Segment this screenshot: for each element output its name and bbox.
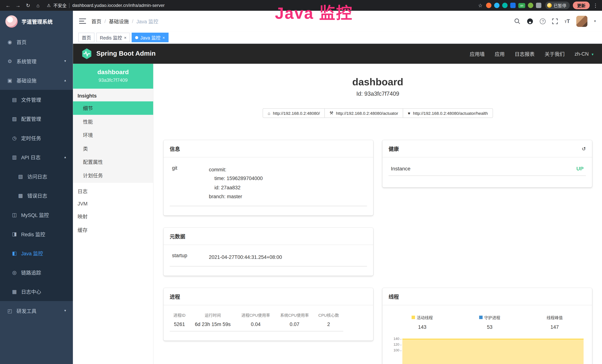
process-card: 进程 进程ID 运行时间 进程CPU使用率 系统CPU使用率 CPU xyxy=(163,288,373,341)
legend-label: 守护进程 xyxy=(484,314,500,320)
sidebar-item-label: 链路追踪 xyxy=(21,269,41,276)
security-label[interactable]: 不安全 xyxy=(54,2,66,8)
sidebar-item-access-logs[interactable]: ▧ 访问日志 xyxy=(0,167,73,186)
browser-menu-icon[interactable]: ⋮ xyxy=(593,2,598,8)
reload-icon[interactable]: ↻ xyxy=(24,2,32,8)
sidebar-item-scheduled-jobs[interactable]: ◷ 定时任务 xyxy=(0,128,73,148)
sidebar-item-mysql-monitor[interactable]: ◫ MySQL 监控 xyxy=(0,205,73,224)
back-icon[interactable]: ← xyxy=(4,2,12,8)
extension-puzzle-icon[interactable] xyxy=(536,3,541,8)
search-icon[interactable] xyxy=(514,18,520,24)
sba-item-environment[interactable]: 环境 xyxy=(73,128,153,142)
screen: ← → ↻ ⌂ ⚠ 不安全 dashboard.yudao.iocoder.cn… xyxy=(0,0,602,364)
sba-item-beans[interactable]: 类 xyxy=(73,142,153,155)
tab-home[interactable]: 首页 xyxy=(78,33,94,42)
sidebar-item-dev-tools[interactable]: ◰ 研发工具 ▾ xyxy=(0,301,73,321)
topbar-actions: ? TT ▾ xyxy=(514,16,596,27)
process-col-header: 运行时间 xyxy=(189,311,236,319)
sba-nav-menu: 应用墙 应用 日志报表 关于我们 zh-CN ▾ xyxy=(470,50,593,57)
forward-icon[interactable]: → xyxy=(14,2,22,8)
sba-item-mappings[interactable]: 映射 xyxy=(73,210,153,223)
history-icon[interactable]: ↺ xyxy=(582,146,586,151)
home-icon: ⌂ xyxy=(268,111,270,115)
warning-icon: ⚠ xyxy=(47,3,51,8)
fullscreen-icon[interactable] xyxy=(552,18,558,24)
breadcrumb-separator: / xyxy=(132,18,133,24)
breadcrumb-home[interactable]: 首页 xyxy=(91,17,101,25)
sba-item-performance[interactable]: 性能 xyxy=(73,115,153,128)
chevron-up-icon: ▴ xyxy=(64,78,66,82)
close-icon[interactable]: × xyxy=(124,35,127,40)
sba-item-scheduled-tasks[interactable]: 计划任务 xyxy=(73,169,153,182)
text-size-icon[interactable]: TT xyxy=(565,18,570,24)
language-label: zh-CN xyxy=(575,51,589,57)
extension-fox-icon[interactable] xyxy=(486,3,492,8)
process-header-row: 进程ID 运行时间 进程CPU使用率 系统CPU使用率 CPU核心数 xyxy=(170,311,343,319)
process-value-row: 5261 6d 23h 15m 59s 0.04 0.07 2 xyxy=(170,320,343,331)
close-icon[interactable]: × xyxy=(162,35,165,40)
instance-home-link[interactable]: ⌂ http://192.168.0.2:48080/ xyxy=(263,108,325,118)
tracing-icon: ◎ xyxy=(11,269,17,275)
health-row-instance: Instance UP xyxy=(389,163,586,176)
tab-redis-monitor[interactable]: Redis 监控 × xyxy=(97,33,130,42)
extension-leaf-icon[interactable] xyxy=(528,3,533,8)
sidebar-item-home[interactable]: ◉ 首页 xyxy=(0,32,73,52)
sidebar-item-label: 配置管理 xyxy=(21,115,41,122)
extension-teal-icon[interactable] xyxy=(502,3,508,8)
breadcrumb-infrastructure[interactable]: 基础设施 xyxy=(109,17,129,25)
process-col-value: 0.07 xyxy=(275,320,314,331)
extension-on-toggle-icon[interactable]: on xyxy=(518,3,525,8)
card-title: 线程 xyxy=(389,293,399,300)
sba-nav-journal[interactable]: 日志报表 xyxy=(515,50,535,57)
actuator-link[interactable]: ⚒ http://192.168.0.2:48080/actuator xyxy=(324,108,403,118)
avatar-caret-icon[interactable]: ▾ xyxy=(594,19,596,23)
chrome-update-button[interactable]: 更新 xyxy=(573,1,590,9)
sba-brand-title[interactable]: Spring Boot Admin xyxy=(97,50,156,57)
sba-nav-about[interactable]: 关于我们 xyxy=(545,50,565,57)
info-key: git xyxy=(172,165,209,201)
tab-java-monitor[interactable]: Java 监控 × xyxy=(132,33,168,42)
sidebar-item-config-management[interactable]: ▨ 配置管理 xyxy=(0,109,73,128)
chevron-up-icon: ▴ xyxy=(64,155,66,159)
sidebar-item-file-management[interactable]: ▤ 文件管理 xyxy=(0,90,73,109)
address-bar[interactable]: ⚠ 不安全 dashboard.yudao.iocoder.cn/infra/a… xyxy=(44,2,474,8)
sidebar-item-link-tracing[interactable]: ◎ 链路追踪 xyxy=(0,263,73,282)
sidebar-item-java-monitor[interactable]: ◧ Java 监控 xyxy=(0,244,73,263)
hamburger-icon[interactable] xyxy=(79,18,86,24)
paused-badge[interactable]: 已暂停 xyxy=(545,1,570,9)
emoji-face-icon xyxy=(547,3,552,8)
health-link[interactable]: ♥ http://192.168.0.2:48080/actuator/heal… xyxy=(403,108,493,118)
app-sidebar: 芋道管理系统 ◉ 首页 ⚙ 系统管理 ▾ ▣ 基础设施 ▴ ▤ 文件管理 xyxy=(0,11,73,364)
help-icon[interactable]: ? xyxy=(540,18,546,24)
sba-nav-wallboard[interactable]: 应用墙 xyxy=(470,50,485,57)
sidebar-item-infrastructure[interactable]: ▣ 基础设施 ▴ xyxy=(0,71,73,90)
sba-item-loggers[interactable]: 日志 xyxy=(73,184,153,198)
sidebar-item-api-logs[interactable]: ▥ API 日志 ▴ xyxy=(0,147,73,167)
sidebar-item-error-logs[interactable]: ▩ 错误日志 xyxy=(0,186,73,205)
instance-header[interactable]: dashboard 93a3fc7f7409 xyxy=(73,64,153,89)
app-logo-row[interactable]: 芋道管理系统 xyxy=(0,11,73,32)
spring-boot-admin-logo[interactable] xyxy=(81,48,92,59)
active-threads-area xyxy=(402,339,583,364)
sidebar-item-label: 基础设施 xyxy=(17,76,36,84)
user-avatar[interactable] xyxy=(576,16,588,27)
sidebar-item-system-management[interactable]: ⚙ 系统管理 ▾ xyxy=(0,51,73,71)
sidebar-item-log-center[interactable]: ▦ 日志中心 xyxy=(0,282,73,301)
legend-square-blue-icon xyxy=(479,316,483,319)
sba-item-config-properties[interactable]: 配置属性 xyxy=(73,155,153,169)
extension-grid-icon[interactable] xyxy=(510,3,516,8)
url-text[interactable]: dashboard.yudao.iocoder.cn/infra/admin-s… xyxy=(72,3,165,8)
threads-card-header: 线程 xyxy=(383,288,592,305)
bookmark-star-icon[interactable]: ☆ xyxy=(476,2,485,8)
sba-item-caches[interactable]: 缓存 xyxy=(73,223,153,236)
sba-nav-applications[interactable]: 应用 xyxy=(495,50,505,57)
github-icon[interactable] xyxy=(527,18,533,24)
sba-language-select[interactable]: zh-CN ▾ xyxy=(575,51,594,57)
browser-home-icon[interactable]: ⌂ xyxy=(34,2,42,8)
sba-item-details[interactable]: 细节 xyxy=(73,101,153,115)
extension-drop-icon[interactable] xyxy=(494,3,499,8)
sidebar-item-redis-monitor[interactable]: ◨ Redis 监控 xyxy=(0,224,73,244)
legend-peak-threads: 线程峰值 147 xyxy=(547,314,563,330)
sba-item-jvm[interactable]: JVM xyxy=(73,198,153,210)
card-title: 健康 xyxy=(389,145,399,152)
